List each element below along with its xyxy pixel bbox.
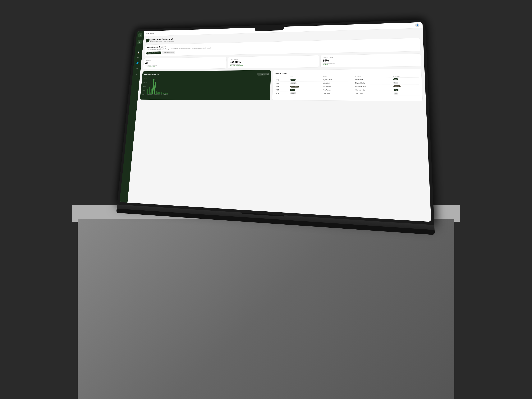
chart-x-label: May (148, 94, 150, 95)
vehicle-location: Bangalore, India (355, 85, 393, 88)
chart-bar (149, 87, 150, 94)
vehicle-efficiency: High (393, 88, 420, 92)
chart-x-label: Jan (163, 94, 164, 95)
chart-bar (157, 92, 159, 94)
pedestal-front (78, 219, 454, 399)
vehicle-id: V005 (275, 92, 289, 95)
scene: ⊞ ⌂ + 📋 ✉ 🌐 ◈ ⬡ Dashboard (0, 0, 532, 399)
chart-bar-group: Jun (150, 89, 152, 95)
y-label-3: 140 MT (143, 86, 146, 87)
sidebar-item-home[interactable]: ⌂ (137, 40, 142, 44)
pedestal (72, 205, 460, 399)
col-driver: Driver (322, 75, 355, 78)
vehicle-card: Vehicle Status ID Status Driver Location (272, 69, 423, 101)
chart-bar-group: Dec (161, 92, 163, 95)
table-row: V003 Maintenance Amit Sharma Bangalore, … (275, 84, 419, 88)
stat-emission: Emission Target 85% Progress towards goa… (320, 53, 421, 68)
analytics-title: Emissions Analytics (144, 73, 159, 75)
chart-bar (150, 89, 152, 94)
col-status: Status (290, 76, 322, 78)
bottom-grid: Emissions Analytics FY 2024-25 FY 2023-2… (140, 69, 423, 101)
table-row: V002 Inactive Anita Singh Mumbai, India … (275, 81, 419, 85)
vehicle-driver: Karan Patel (322, 92, 355, 95)
y-label-2: 210 MT (144, 82, 147, 83)
vehicle-efficiency: High (392, 77, 419, 81)
sidebar-logo: ⊞ (138, 33, 143, 38)
chart-bar-group: Feb (164, 93, 166, 95)
vehicle-id: V003 (275, 85, 289, 88)
vehicle-status: Maintenance (289, 85, 322, 88)
stat-fuel: Fuel Efficiency 8.2 km/L Average across … (228, 55, 319, 69)
create-shipment-button[interactable]: Create New Shipment (146, 51, 161, 54)
chart-x-label: Apr (146, 94, 148, 95)
vehicle-efficiency: Low (392, 81, 419, 85)
previous-shipments-button[interactable]: Previous Shipments (162, 51, 175, 54)
main-content: Dashboard 👤 Cb Emissions Dashboard Monit… (127, 22, 431, 222)
chart-bar-group: Jan (163, 93, 164, 95)
vehicle-table: ID Status Driver Location Efficiency (275, 75, 420, 95)
chart-x-label: Nov (159, 94, 160, 95)
vehicle-id: V001 (275, 78, 290, 82)
stats-row: Shipments 47 Total vehicles in operation… (143, 53, 421, 70)
chart-x-label: Jul (152, 94, 153, 95)
chart-x-label: Oct (157, 94, 159, 95)
sidebar-item-docs[interactable]: 📋 (136, 50, 141, 55)
vehicle-location: Jaipur, India (355, 92, 393, 95)
col-efficiency: Efficiency (392, 75, 419, 78)
vehicle-id: V004 (275, 88, 289, 92)
chart-bar-group: Sep (155, 91, 157, 95)
chart-bar (161, 92, 162, 94)
vehicle-efficiency: Low (393, 92, 420, 95)
chart-bar-group: Nov (159, 92, 161, 95)
sidebar-item-globe[interactable]: 🌐 (135, 61, 140, 65)
y-label-1: 280 MT (144, 78, 147, 79)
dashboard: Cb Emissions Dashboard Monitor and optim… (127, 28, 431, 222)
chart-bar-group: Oct (157, 92, 159, 95)
chart-area: 280 MT 210 MT 140 MT 70 MT 0 MT AprMayJu… (142, 77, 268, 98)
chart-bar (159, 92, 160, 94)
table-row: V005 Inactive Karan Patel Jaipur, India … (275, 92, 420, 95)
table-row: V004 Active Priya Verma Chennai, India H… (275, 88, 420, 92)
analytics-card: Emissions Analytics FY 2024-25 FY 2023-2… (140, 70, 271, 100)
vehicle-driver: Anita Singh (322, 81, 355, 85)
fy-selector[interactable]: FY 2024-25 FY 2023-24 (257, 73, 269, 76)
sidebar-item-chart[interactable]: ◈ (135, 66, 139, 70)
chart-x-label: Mar (166, 94, 168, 95)
dashboard-logo-icon: Cb (146, 38, 150, 42)
app-screen: ⊞ ⌂ + 📋 ✉ 🌐 ◈ ⬡ Dashboard (120, 22, 431, 222)
chart-x-label: Sep (155, 94, 157, 95)
user-avatar[interactable]: 👤 (415, 23, 419, 27)
vehicle-status: Active (289, 78, 322, 82)
shipments-value: 47 (145, 61, 225, 64)
topbar-breadcrumb: Dashboard (146, 32, 154, 34)
laptop-lid: ⊞ ⌂ + 📋 ✉ 🌐 ◈ ⬡ Dashboard (117, 20, 434, 225)
chart-bar (165, 93, 166, 94)
vehicle-efficiency: Medium (393, 84, 419, 88)
sidebar-item-mail[interactable]: ✉ (136, 55, 140, 60)
y-label-5: 0 MT (142, 94, 146, 95)
vehicle-status: Inactive (289, 82, 322, 85)
col-location: Location (355, 75, 392, 78)
vehicle-location: Mumbai, India (355, 81, 393, 85)
vehicle-driver: Priya Verma (322, 88, 355, 92)
chart-bar (147, 89, 148, 94)
vehicle-location: Delhi, India (355, 78, 392, 81)
vehicle-driver: Rajesh Kumar (322, 78, 355, 82)
laptop: ⊞ ⌂ + 📋 ✉ 🌐 ◈ ⬡ Dashboard (116, 20, 435, 235)
sidebar-item-add[interactable]: + (137, 45, 141, 49)
chart-x-label: Aug (153, 94, 155, 95)
sidebar-item-hex[interactable]: ⬡ (134, 71, 139, 76)
vehicle-card-title: Vehicle Status (275, 71, 419, 74)
vehicle-id: V002 (275, 82, 289, 85)
y-label-4: 70 MT (143, 90, 146, 91)
col-id: ID (275, 76, 290, 78)
chart-bar (163, 93, 164, 94)
chart-bar (166, 93, 168, 94)
chart-bar-group: Mar (166, 93, 168, 95)
vehicle-driver: Amit Sharma (322, 85, 355, 88)
vehicle-status: Active (289, 88, 322, 92)
screen-bezel: ⊞ ⌂ + 📋 ✉ 🌐 ◈ ⬡ Dashboard (120, 22, 431, 222)
vehicle-location: Chennai, India (355, 88, 393, 92)
chart-bars: AprMayJunJulAugSepOctNovDecJanFebMar (142, 77, 268, 98)
stat-shipments: Shipments 47 Total vehicles in operation… (143, 57, 227, 70)
